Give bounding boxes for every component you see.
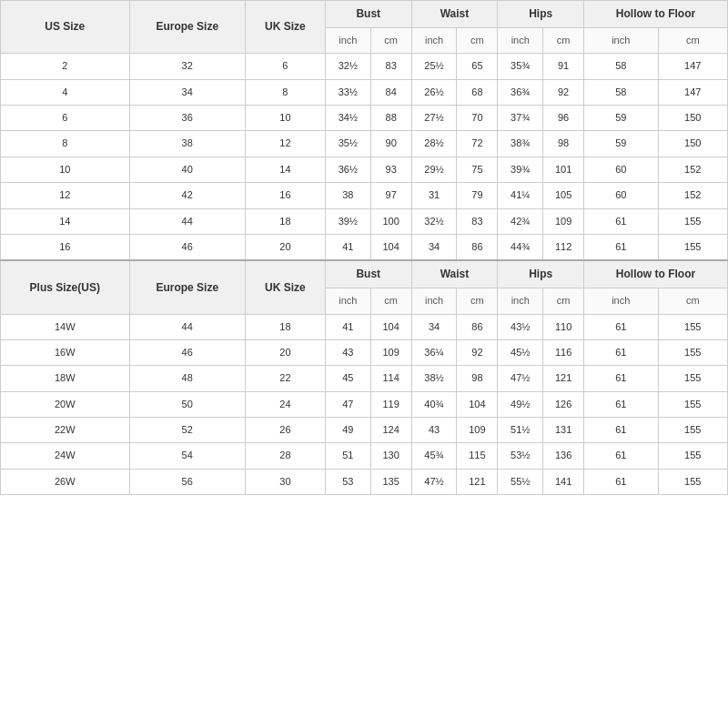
table2-header-row: Plus Size(US) Europe Size UK Size Bust W… [1,260,728,288]
table-cell: 45½ [498,339,543,365]
table-cell: 70 [457,105,498,130]
table-cell: 121 [543,366,584,391]
table-row: 24W54285113045¾11553½13661155 [1,443,728,469]
table-cell: 46 [129,339,245,365]
table-row: 10401436½9329½7539¾10160152 [1,157,728,182]
table-cell: 61 [584,339,659,365]
table2-body: 14W441841104348643½1106115516W4620431093… [1,314,728,495]
table-cell: 44 [129,314,245,339]
bust2-inch: inch [325,288,370,314]
table-cell: 47½ [411,469,457,494]
table-cell: 116 [543,339,584,365]
table-cell: 33½ [325,79,370,105]
col2-uk-size: UK Size [245,260,325,314]
table-row: 16W46204310936¼9245½11661155 [1,339,728,365]
table-cell: 110 [543,314,584,339]
table-cell: 109 [370,339,411,365]
table-row: 434833½8426½6836¾9258147 [1,79,728,105]
table-cell: 75 [457,157,498,182]
table-cell: 53 [325,469,370,494]
table-cell: 8 [245,79,325,105]
table-cell: 31 [411,183,457,208]
table-cell: 25½ [411,54,457,79]
table-cell: 20 [245,234,325,260]
table-cell: 18W [1,366,130,391]
table-cell: 40 [129,157,245,182]
table-cell: 24 [245,391,325,417]
table-cell: 36¾ [498,79,543,105]
table-cell: 46 [129,234,245,260]
table-cell: 90 [370,131,411,157]
table-cell: 20W [1,391,130,417]
table-cell: 155 [658,443,727,469]
table-cell: 83 [457,208,498,234]
table-row: 14441839½10032½8342¾10961155 [1,208,728,234]
table-cell: 6 [1,105,130,130]
table-cell: 121 [457,469,498,494]
table-cell: 58 [584,54,659,79]
table-cell: 130 [370,443,411,469]
table-cell: 2 [1,54,130,79]
table-cell: 42 [129,183,245,208]
table-cell: 44 [129,208,245,234]
table-cell: 68 [457,79,498,105]
table-cell: 54 [129,443,245,469]
waist-cm: cm [457,27,498,53]
table-cell: 155 [658,366,727,391]
table-cell: 98 [457,366,498,391]
table-cell: 61 [584,314,659,339]
table-cell: 55½ [498,469,543,494]
table-cell: 84 [370,79,411,105]
table-cell: 104 [457,391,498,417]
table-cell: 119 [370,391,411,417]
table-cell: 50 [129,391,245,417]
col-europe-size: Europe Size [129,1,245,54]
table-cell: 14 [245,157,325,182]
table2-header: Plus Size(US) Europe Size UK Size Bust W… [1,260,728,314]
table1-header-row: US Size Europe Size UK Size Bust Waist H… [1,1,728,28]
table-cell: 88 [370,105,411,130]
table-cell: 18 [245,208,325,234]
table-cell: 49 [325,418,370,443]
table-cell: 114 [370,366,411,391]
table-cell: 10 [1,157,130,182]
table-cell: 39½ [325,208,370,234]
table-cell: 36½ [325,157,370,182]
table-cell: 152 [658,157,727,182]
table-cell: 37¾ [498,105,543,130]
table-cell: 109 [457,418,498,443]
table-cell: 43 [325,339,370,365]
table-cell: 49½ [498,391,543,417]
table-cell: 26 [245,418,325,443]
waist2-cm: cm [457,288,498,314]
htf2-inch: inch [584,288,659,314]
table-cell: 104 [370,234,411,260]
table-cell: 22W [1,418,130,443]
table-cell: 16 [245,183,325,208]
table-cell: 38½ [411,366,457,391]
table-cell: 72 [457,131,498,157]
table-cell: 10 [245,105,325,130]
bust-inch: inch [325,27,370,53]
table-cell: 22 [245,366,325,391]
table-row: 16462041104348644¾11261155 [1,234,728,260]
table-cell: 48 [129,366,245,391]
table-cell: 91 [543,54,584,79]
htf-cm: cm [658,27,727,53]
table-cell: 26W [1,469,130,494]
table-row: 1242163897317941¼10560152 [1,183,728,208]
hips2-cm: cm [543,288,584,314]
table-cell: 34 [411,234,457,260]
table-cell: 42¾ [498,208,543,234]
col2-bust: Bust [325,260,411,288]
table-cell: 20 [245,339,325,365]
table-row: 22W5226491244310951½13161155 [1,418,728,443]
table-cell: 59 [584,131,659,157]
table-cell: 124 [370,418,411,443]
table-cell: 61 [584,443,659,469]
table-cell: 28½ [411,131,457,157]
table-row: 18W48224511438½9847½12161155 [1,366,728,391]
bust-cm: cm [370,27,411,53]
table-cell: 14 [1,208,130,234]
table-cell: 32½ [411,208,457,234]
